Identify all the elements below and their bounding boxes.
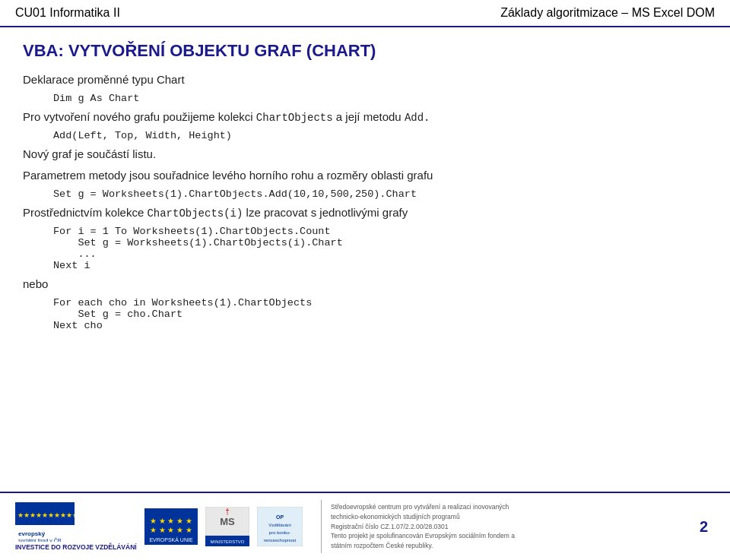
nebo-section: nebo For each cho in Worksheets(1).Chart… bbox=[23, 276, 707, 331]
svg-text:EVROPSKÁ UNIE: EVROPSKÁ UNIE bbox=[149, 536, 193, 543]
main-content: VBA: VYTVOŘENÍ OBJEKTU GRAF (CHART) Dekl… bbox=[0, 27, 730, 343]
nebo-text: nebo bbox=[23, 276, 707, 293]
collection-line: Prostřednictvím kolekce ChartObjects(i) … bbox=[23, 204, 707, 221]
footer-line5: státním rozpočtem České republiky. bbox=[331, 541, 692, 551]
add-signature-block: Add(Left, Top, Width, Height) Nový graf … bbox=[23, 130, 707, 163]
param-text: Parametrem metody jsou souřadnice levého… bbox=[23, 167, 707, 184]
svg-text:★★★★★★★★★★★★: ★★★★★★★★★★★★ bbox=[17, 511, 75, 519]
svg-text:★ ★ ★ ★ ★: ★ ★ ★ ★ ★ bbox=[150, 526, 192, 534]
svg-text:Vzdělávání: Vzdělávání bbox=[268, 523, 291, 527]
svg-text:†: † bbox=[225, 508, 230, 516]
add-signature-code: Add(Left, Top, Width, Height) bbox=[53, 130, 707, 141]
set-code: Set g = Worksheets(1).ChartObjects.Add(1… bbox=[53, 188, 707, 200]
invest-text: INVESTICE DO ROZVOJE VZDĚLÁVÁNÍ bbox=[15, 543, 137, 551]
collection-section: Prostřednictvím kolekce ChartObjects(i) … bbox=[23, 204, 707, 271]
ms-logo-icon: MS † MINISTERSTVO bbox=[205, 507, 249, 546]
footer-text-block: Středoevropské centrum pro vytváření a r… bbox=[331, 502, 692, 551]
svg-text:OP: OP bbox=[276, 514, 284, 520]
dim-code: Dim g As Chart bbox=[53, 93, 707, 104]
footer-line4: Tento projekt je spolufinancován Evropsk… bbox=[331, 531, 692, 541]
svg-text:★ ★ ★ ★ ★: ★ ★ ★ ★ ★ bbox=[150, 517, 192, 525]
svg-text:pro konku-: pro konku- bbox=[268, 530, 290, 535]
eu-logo-icon: ★ ★ ★ ★ ★ ★ ★ ★ ★ ★ EVROPSKÁ UNIE bbox=[144, 508, 198, 545]
footer-line1: Středoevropské centrum pro vytváření a r… bbox=[331, 502, 692, 512]
svg-text:renceschopnost: renceschopnost bbox=[263, 538, 296, 543]
header-right: Základy algoritmizace – MS Excel DOM bbox=[500, 6, 715, 20]
footer-line3: Registrační číslo CZ.1.07/2.2.00/28.0301 bbox=[331, 522, 692, 532]
collection-code: ChartObjects(i) bbox=[147, 207, 243, 220]
footer-logos: ★★★★★★★★★★★★ evropský sociální fond v ČR… bbox=[15, 502, 312, 551]
declaration-label: Deklarace proměnné typu Chart bbox=[23, 71, 707, 88]
new-graph-text: Nový graf je součástí listu. bbox=[23, 146, 707, 163]
svg-text:MINISTERSTVO: MINISTERSTVO bbox=[210, 539, 244, 544]
svg-text:evropský: evropský bbox=[18, 530, 46, 537]
chartobjects-code: ChartObjects bbox=[256, 112, 333, 124]
header: CU01 Informatika II Základy algoritmizac… bbox=[0, 0, 730, 27]
collection-text-before: Prostřednictvím kolekce bbox=[23, 206, 147, 219]
footer: ★★★★★★★★★★★★ evropský sociální fond v ČR… bbox=[0, 492, 730, 560]
param-section: Parametrem metody jsou souřadnice levého… bbox=[23, 167, 707, 200]
page-number: 2 bbox=[700, 518, 715, 536]
svg-text:sociální fond v ČR: sociální fond v ČR bbox=[18, 537, 62, 542]
chartobjects-text-before: Pro vytvoření nového grafu použijeme kol… bbox=[23, 110, 256, 123]
for-each-code: For each cho in Worksheets(1).ChartObjec… bbox=[53, 297, 707, 331]
op-logo-icon: OP Vzdělávání pro konku- renceschopnost bbox=[257, 507, 303, 546]
footer-divider bbox=[321, 500, 322, 553]
declaration-section: Deklarace proměnné typu Chart Dim g As C… bbox=[23, 71, 707, 104]
chartobjects-line: Pro vytvoření nového grafu použijeme kol… bbox=[23, 109, 707, 125]
for-loop-code: For i = 1 To Worksheets(1).ChartObjects.… bbox=[53, 226, 707, 271]
page-title: VBA: VYTVOŘENÍ OBJEKTU GRAF (CHART) bbox=[23, 41, 707, 61]
header-left: CU01 Informatika II bbox=[15, 6, 120, 20]
collection-text-after: lze pracovat s jednotlivými grafy bbox=[243, 206, 408, 219]
footer-line2: technicko-ekonomických studijních progra… bbox=[331, 512, 692, 522]
esf-logo-icon: ★★★★★★★★★★★★ evropský sociální fond v ČR bbox=[15, 502, 75, 542]
chartobjects-text-after: a její metodu bbox=[333, 110, 405, 123]
svg-text:MS: MS bbox=[220, 516, 235, 527]
logo-esf-wrap: ★★★★★★★★★★★★ evropský sociální fond v ČR… bbox=[15, 502, 137, 551]
add-code: Add. bbox=[405, 112, 430, 124]
